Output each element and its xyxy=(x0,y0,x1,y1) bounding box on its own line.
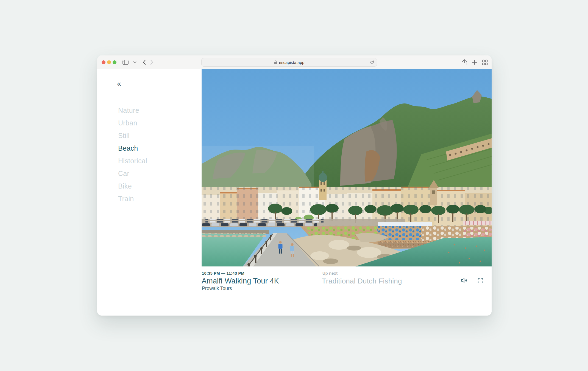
volume-icon[interactable] xyxy=(461,277,467,283)
player-pane: 10:35 PM — 11:43 PM Amalfi Walking Tour … xyxy=(202,69,492,315)
collapse-sidebar-icon[interactable]: « xyxy=(117,80,121,88)
channel-name: Prowalk Tours xyxy=(202,286,232,291)
zoom-window-button[interactable] xyxy=(113,60,116,64)
chevron-down-icon[interactable] xyxy=(133,61,136,63)
browser-window: escapista.app « Nature Urban Still xyxy=(97,55,492,316)
sidebar-item-historical[interactable]: Historical xyxy=(118,154,147,167)
schedule-time: 10:35 PM — 11:43 PM xyxy=(202,271,244,276)
up-next-label: Up next xyxy=(322,271,338,276)
sidebar-item-nature[interactable]: Nature xyxy=(118,104,147,117)
toolbar-right-cluster xyxy=(462,55,488,69)
url-field[interactable]: escapista.app xyxy=(201,58,377,67)
player-controls xyxy=(461,277,483,283)
toolbar-divider xyxy=(131,60,131,65)
sidebar-item-car[interactable]: Car xyxy=(118,167,147,180)
category-sidebar: « Nature Urban Still Beach Historical Ca… xyxy=(97,69,202,315)
sidebar-toggle-icon[interactable] xyxy=(122,60,129,65)
traffic-lights xyxy=(102,55,116,69)
video-frame[interactable] xyxy=(202,69,492,266)
nav-cluster xyxy=(122,55,154,69)
share-icon[interactable] xyxy=(462,59,467,66)
sidebar-item-bike[interactable]: Bike xyxy=(118,180,147,192)
video-title: Amalfi Walking Tour 4K xyxy=(202,277,279,285)
tab-overview-icon[interactable] xyxy=(482,60,488,65)
category-list: Nature Urban Still Beach Historical Car … xyxy=(118,104,147,205)
sidebar-item-train[interactable]: Train xyxy=(118,192,147,205)
up-next-title[interactable]: Traditional Dutch Fishing xyxy=(322,277,402,285)
lock-icon xyxy=(274,60,277,64)
new-tab-icon[interactable] xyxy=(472,60,477,65)
forward-icon[interactable] xyxy=(150,60,154,65)
sidebar-item-urban[interactable]: Urban xyxy=(118,117,147,129)
sidebar-item-still[interactable]: Still xyxy=(118,129,147,142)
reload-icon[interactable] xyxy=(370,60,374,64)
now-playing-bar: 10:35 PM — 11:43 PM Amalfi Walking Tour … xyxy=(202,266,492,302)
app-content: « Nature Urban Still Beach Historical Ca… xyxy=(97,69,492,315)
sidebar-item-beach[interactable]: Beach xyxy=(118,142,147,154)
url-text: escapista.app xyxy=(279,60,305,65)
browser-toolbar: escapista.app xyxy=(97,55,492,69)
back-icon[interactable] xyxy=(143,60,146,65)
fullscreen-icon[interactable] xyxy=(478,278,483,283)
minimize-window-button[interactable] xyxy=(107,60,111,64)
close-window-button[interactable] xyxy=(102,60,105,64)
